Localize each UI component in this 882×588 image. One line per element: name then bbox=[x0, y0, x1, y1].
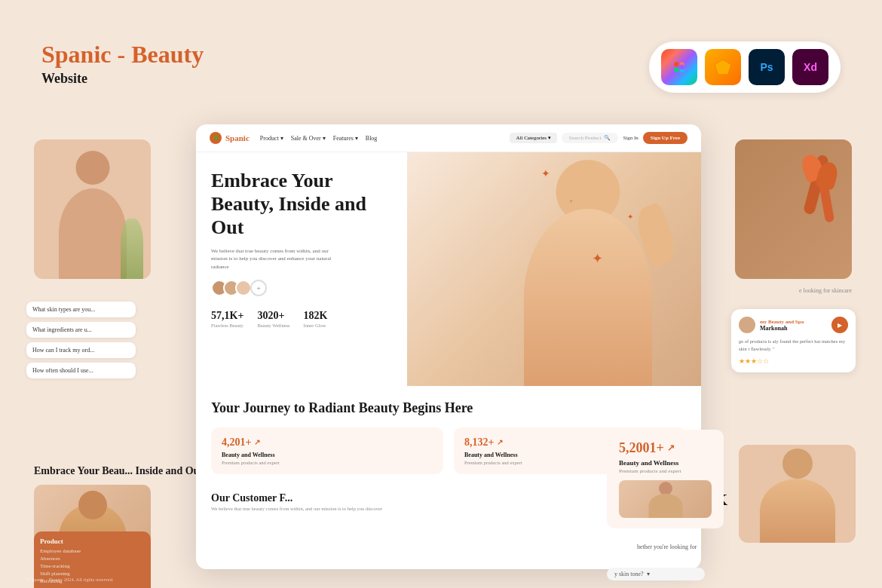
nav-signin-btn[interactable]: Sign In bbox=[623, 135, 638, 141]
hero-section: ✦ ✦ ✦ + Embrace Your Beauty, Inside and … bbox=[196, 152, 701, 386]
hero-stat-3-label: Inner Glow bbox=[304, 323, 328, 328]
person-head-left bbox=[75, 151, 109, 185]
product-box-title: Product bbox=[40, 537, 145, 545]
big-stat-person-body bbox=[648, 494, 682, 518]
svg-point-4 bbox=[679, 65, 684, 69]
stat-1-title: Beauty and Wellness bbox=[222, 452, 433, 458]
navbar: 🌿 Spanic Product ▾ Sale & Over ▾ Feature… bbox=[196, 124, 701, 152]
right-bottom-image bbox=[739, 445, 856, 543]
big-stat-label: Beauty and Wellness bbox=[619, 459, 712, 467]
review-stars: ★★★☆☆ bbox=[739, 357, 848, 365]
right-bottom-person-head bbox=[782, 449, 813, 479]
hero-content: Embrace Your Beauty, Inside and Out We b… bbox=[196, 152, 407, 386]
hero-background: ✦ ✦ ✦ + bbox=[407, 152, 701, 386]
product-link-3[interactable]: Time-tracking bbox=[40, 563, 145, 569]
nav-sale[interactable]: Sale & Over ▾ bbox=[291, 135, 326, 142]
whether-text: hether you're looking for bbox=[637, 544, 727, 550]
flower-decoration bbox=[795, 155, 852, 245]
review-text: ge of products is aly found the perfect … bbox=[739, 338, 848, 353]
skin-tone-text: y skin tone? bbox=[614, 571, 644, 577]
nav-logo-text: Spanic bbox=[225, 133, 250, 142]
product-link-4[interactable]: Shift planning bbox=[40, 571, 145, 577]
second-section-title: Your Journey to Radiant Beauty Begins He… bbox=[211, 400, 686, 417]
stat-1-num: 4,201+ ↗ bbox=[222, 436, 433, 449]
hero-stat-1-num: 57,1K+ bbox=[211, 310, 243, 322]
hero-stat-3: 182K Inner Glow bbox=[304, 310, 328, 328]
faq-panel: What skin types are you... What ingredie… bbox=[26, 302, 136, 383]
hero-stat-2-label: Beauty Wellness bbox=[257, 323, 289, 328]
bottom-left-title: Embrace Your Beau... Inside and Out bbox=[34, 464, 203, 478]
brand-subtitle: Website bbox=[41, 71, 204, 87]
review-header: my Beauty and Spa Markonah ▶ bbox=[739, 317, 848, 333]
sparkle-1: ✦ bbox=[541, 167, 550, 180]
big-stat-desc: Premium products and expert bbox=[619, 468, 712, 474]
faq-item-2[interactable]: What ingredients are u... bbox=[26, 322, 136, 338]
review-card: my Beauty and Spa Markonah ▶ ge of produ… bbox=[731, 309, 856, 372]
right-skincare-text: e looking for skincare bbox=[799, 287, 852, 294]
svg-point-0 bbox=[674, 62, 678, 66]
stat-card-1: 4,201+ ↗ Beauty and Wellness Premium pro… bbox=[211, 427, 443, 474]
plant-decoration bbox=[121, 219, 143, 279]
brand-title: Spanic - Beauty bbox=[41, 41, 204, 68]
nav-features[interactable]: Features ▾ bbox=[333, 135, 358, 142]
hero-stats: 57,1K+ Flawless Beauty 3020+ Beauty Well… bbox=[211, 310, 392, 328]
hero-woman-container bbox=[490, 152, 686, 386]
skin-tone-dropdown[interactable]: y skin tone? ▾ bbox=[607, 568, 705, 580]
figma-icon bbox=[661, 49, 697, 85]
review-name: Markonah bbox=[760, 325, 827, 332]
tool-icons-panel: Ps Xd bbox=[649, 41, 841, 93]
hero-avatar-3 bbox=[235, 280, 252, 296]
sketch-icon bbox=[705, 49, 741, 85]
faq-item-1[interactable]: What skin types are you... bbox=[26, 302, 136, 317]
nav-signup-btn[interactable]: Sign Up Free bbox=[643, 132, 688, 144]
svg-point-1 bbox=[674, 67, 678, 72]
photoshop-icon: Ps bbox=[749, 49, 785, 85]
dropdown-arrow-icon: ▾ bbox=[647, 571, 650, 577]
review-play-btn[interactable]: ▶ bbox=[831, 317, 848, 333]
faq-item-3[interactable]: How can I track my ord... bbox=[26, 342, 136, 358]
stat-1-arrow: ↗ bbox=[254, 438, 260, 446]
hero-stat-2: 3020+ Beauty Wellness bbox=[257, 310, 289, 328]
nav-blog[interactable]: Blog bbox=[366, 135, 378, 142]
person-body-left bbox=[59, 188, 127, 279]
right-bottom-person-body bbox=[760, 479, 835, 543]
hero-stat-3-num: 182K bbox=[304, 310, 328, 322]
svg-marker-5 bbox=[715, 60, 731, 75]
hero-woman-body bbox=[524, 209, 652, 386]
search-icon: 🔍 bbox=[604, 135, 611, 141]
nav-categories-dropdown[interactable]: All Categories ▾ bbox=[510, 133, 556, 143]
stat-1-desc: Premium products and expert bbox=[222, 460, 433, 465]
nav-product[interactable]: Product ▾ bbox=[260, 135, 283, 142]
hero-title: Embrace Your Beauty, Inside and Out bbox=[211, 169, 392, 240]
hero-stat-2-num: 3020+ bbox=[257, 310, 289, 322]
review-name-area: my Beauty and Spa Markonah bbox=[760, 319, 827, 332]
review-brand: my Beauty and Spa bbox=[760, 319, 827, 325]
nav-items: Product ▾ Sale & Over ▾ Features ▾ Blog bbox=[260, 135, 504, 142]
sparkle-3: ✦ bbox=[592, 250, 603, 267]
big-stat-image bbox=[619, 480, 712, 518]
nav-search-box[interactable]: Search Product 🔍 bbox=[562, 133, 619, 143]
right-hero-image bbox=[735, 139, 852, 279]
hero-description: We believe that true beauty comes from w… bbox=[211, 247, 332, 271]
product-link-2[interactable]: Absences bbox=[40, 556, 145, 562]
big-stat-num: 5,2001+ ↗ bbox=[619, 440, 712, 456]
bottom-left-content: Embrace Your Beau... Inside and Out bbox=[34, 464, 203, 482]
branding-area: Spanic - Beauty Website bbox=[41, 41, 204, 87]
xd-icon: Xd bbox=[792, 49, 828, 85]
big-stat-arrow: ↗ bbox=[667, 443, 675, 454]
sparkle-4: + bbox=[569, 198, 573, 204]
person-head-bottom-left bbox=[78, 491, 107, 519]
left-hero-image bbox=[34, 139, 151, 279]
hero-stat-1-label: Flawless Beauty bbox=[211, 323, 243, 328]
review-avatar bbox=[739, 317, 755, 333]
sparkle-2: ✦ bbox=[627, 213, 633, 221]
hero-avatars: + bbox=[211, 280, 392, 296]
faq-item-4[interactable]: How often should I use... bbox=[26, 363, 136, 378]
hero-stat-1: 57,1K+ Flawless Beauty bbox=[211, 310, 243, 328]
copyright-text: © Spanic - Beauty 2024. All rights reser… bbox=[26, 577, 114, 582]
hero-avatar-plus: + bbox=[250, 280, 267, 296]
stat-2-arrow: ↗ bbox=[497, 438, 503, 446]
product-link-1[interactable]: Employee database bbox=[40, 548, 145, 554]
search-placeholder: Search Product bbox=[569, 135, 602, 141]
big-stat-card: 5,2001+ ↗ Beauty and Wellness Premium pr… bbox=[607, 430, 724, 528]
